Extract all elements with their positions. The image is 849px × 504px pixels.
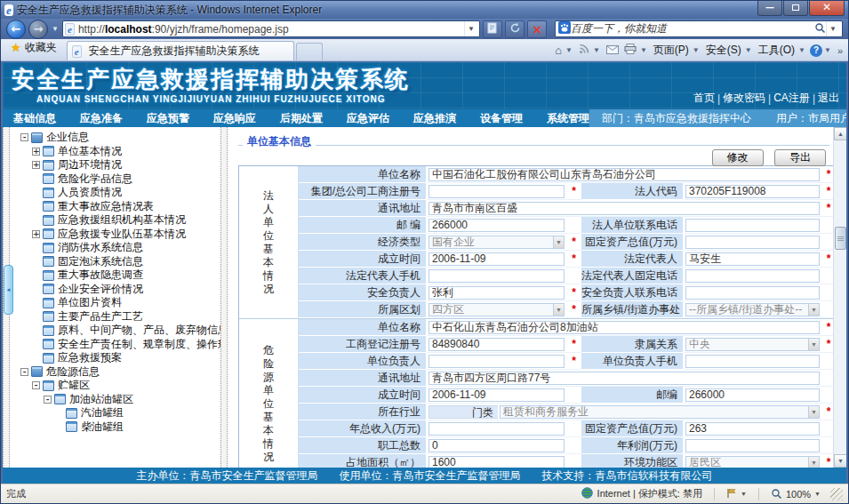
tree-item[interactable]: +应急救援专业队伍基本情况 <box>10 228 220 242</box>
tree-item[interactable]: 重大事故隐患调查 <box>10 268 220 283</box>
form-input[interactable] <box>685 236 820 249</box>
close-button[interactable]: ✕ <box>809 1 845 16</box>
feeds-dropdown-icon[interactable]: ▼ <box>593 46 603 54</box>
dropdown-arrow-icon[interactable]: ▼ <box>553 236 564 248</box>
resize-grip[interactable] <box>830 488 843 500</box>
form-select[interactable]: 租赁和商务服务业▼ <box>500 405 820 419</box>
form-input[interactable] <box>429 422 565 436</box>
tree-item[interactable]: 固定泡沫系统信息 <box>10 255 220 269</box>
tree-item[interactable]: 应急救援预案 <box>10 351 220 365</box>
dropdown-arrow-icon[interactable]: ▼ <box>553 304 564 316</box>
header-link-3[interactable]: 退出 <box>818 91 839 106</box>
print-dropdown-icon[interactable]: ▼ <box>640 46 650 54</box>
dropdown-arrow-icon[interactable]: ▼ <box>808 406 819 418</box>
browser-tab[interactable]: e 安全生产应急救援指挥辅助决策系统 <box>67 41 294 60</box>
safety-menu-dropdown-icon[interactable]: ▼ <box>745 46 755 54</box>
form-input[interactable]: 266000 <box>429 219 565 232</box>
tools-menu-dropdown-icon[interactable]: ▼ <box>798 46 808 54</box>
page-menu[interactable]: 页面(P) <box>652 43 691 58</box>
overflow-chevron-icon[interactable]: » <box>836 45 845 56</box>
home-icon[interactable]: ⌂ <box>553 44 564 57</box>
stop-button[interactable]: × <box>527 20 547 38</box>
tree-expander-icon[interactable]: - <box>20 368 28 376</box>
tree-item[interactable]: -企业信息 <box>10 131 220 145</box>
tree-item[interactable]: 柴油罐组 <box>10 420 220 435</box>
scroll-up-icon[interactable]: ▲ <box>834 127 846 140</box>
refresh-button[interactable] <box>505 20 525 38</box>
tree-item[interactable]: 应急救援组织机构基本情况 <box>10 213 220 228</box>
modify-button[interactable]: 修改 <box>712 149 764 166</box>
form-input[interactable]: 2006-11-09 <box>429 252 565 266</box>
form-input[interactable]: 青岛市四方区周口路77号 <box>429 372 820 385</box>
tree-item[interactable]: 企业安全评价情况 <box>10 283 220 297</box>
form-input[interactable]: 马安生 <box>685 252 820 266</box>
tree-expander-icon[interactable]: + <box>32 148 40 156</box>
panel-collapse-handle[interactable]: ◄ <box>4 265 13 315</box>
form-input[interactable]: 0 <box>429 439 565 452</box>
form-input[interactable] <box>429 269 565 283</box>
tree-item[interactable]: 安全生产责任制、规章制度、操作规程信息 <box>10 338 220 352</box>
print-icon[interactable] <box>622 44 638 57</box>
tree-item[interactable]: 危险化学品信息 <box>10 172 220 187</box>
form-input[interactable]: 263 <box>685 422 820 436</box>
tree-expander-icon[interactable]: - <box>20 133 28 141</box>
form-select[interactable]: 四方区▼ <box>429 303 565 316</box>
dropdown-arrow-icon[interactable]: ▼ <box>808 304 819 316</box>
nav-item-3[interactable]: 应急响应 <box>213 111 256 126</box>
protected-mode-dropdown-icon[interactable]: ▼ <box>741 491 747 497</box>
tree-item[interactable]: 人员资质情况 <box>10 186 220 200</box>
maximize-button[interactable] <box>783 1 808 16</box>
header-link-0[interactable]: 首页 <box>693 91 715 106</box>
form-input[interactable]: 2006-11-09 <box>429 388 565 402</box>
tree-item[interactable]: -贮罐区 <box>10 379 220 393</box>
tree-item[interactable]: 原料、中间产物、产品、废弃物信息 <box>10 324 220 338</box>
tree-expander-icon[interactable]: + <box>32 161 40 169</box>
tree-expander-icon[interactable]: + <box>32 230 40 238</box>
page-menu-dropdown-icon[interactable]: ▼ <box>693 46 702 54</box>
history-dropdown-icon[interactable]: ▼ <box>51 25 60 33</box>
export-button[interactable]: 导出 <box>774 149 826 166</box>
header-link-1[interactable]: 修改密码 <box>723 91 765 106</box>
tree-item[interactable]: 单位图片资料 <box>10 296 220 310</box>
nav-item-6[interactable]: 应急推演 <box>413 111 456 126</box>
form-input[interactable] <box>685 355 820 368</box>
protected-mode-icon[interactable] <box>726 488 736 500</box>
nav-item-1[interactable]: 应急准备 <box>80 111 123 126</box>
tools-menu[interactable]: 工具(O) <box>757 43 797 58</box>
form-input[interactable] <box>685 439 820 452</box>
search-box[interactable]: 百度一下，你就知道 ▼ <box>555 20 843 37</box>
form-input[interactable] <box>685 219 820 232</box>
tree-item[interactable]: +单位基本情况 <box>10 145 220 159</box>
form-input[interactable]: 370205F119008 <box>685 185 820 198</box>
zoom-dropdown-icon[interactable]: ▼ <box>814 491 821 497</box>
tree-expander-icon[interactable]: - <box>32 381 40 389</box>
tree-item[interactable]: -加油站油罐区 <box>10 393 220 407</box>
tree-item[interactable]: 汽油罐组 <box>10 406 220 420</box>
nav-item-2[interactable]: 应急预警 <box>147 111 189 126</box>
new-tab-button[interactable] <box>296 43 323 60</box>
read-mail-icon[interactable] <box>605 44 621 57</box>
form-input[interactable]: 266000 <box>685 388 820 402</box>
help-dropdown-icon[interactable]: ▼ <box>824 46 834 54</box>
tree-item[interactable]: +周边环境情况 <box>10 158 220 172</box>
minimize-button[interactable]: — <box>757 1 782 16</box>
search-icon[interactable] <box>814 21 826 37</box>
tree-item[interactable]: 消防供水系统信息 <box>10 241 220 255</box>
form-input[interactable]: 张利 <box>429 286 565 300</box>
tree-item[interactable]: 重大事故应急情况表 <box>10 200 220 214</box>
form-input[interactable]: 84890840 <box>429 338 565 351</box>
dropdown-arrow-icon[interactable]: ▼ <box>808 457 819 468</box>
form-input[interactable] <box>429 355 565 368</box>
scroll-down-icon[interactable]: ▼ <box>834 454 846 468</box>
form-input[interactable]: 青岛市市南区百盛 <box>429 202 820 215</box>
form-input[interactable] <box>429 185 565 198</box>
form-select[interactable]: --所属乡镇/街道办事处--▼ <box>685 303 820 316</box>
url-text[interactable]: http://localhost:90/yjzh/frame/homepage.… <box>78 23 464 36</box>
compatibility-view-button[interactable] <box>483 20 502 38</box>
form-input[interactable]: 中石化山东青岛石油分公司8加油站 <box>429 321 820 334</box>
help-icon[interactable]: ? <box>810 44 822 57</box>
nav-item-0[interactable]: 基础信息 <box>13 111 56 126</box>
zoom-control[interactable]: 100% ▼ <box>771 488 821 500</box>
form-select[interactable]: 居民区▼ <box>685 456 820 468</box>
favorites-button[interactable]: ★ 收藏夹 <box>4 36 67 60</box>
